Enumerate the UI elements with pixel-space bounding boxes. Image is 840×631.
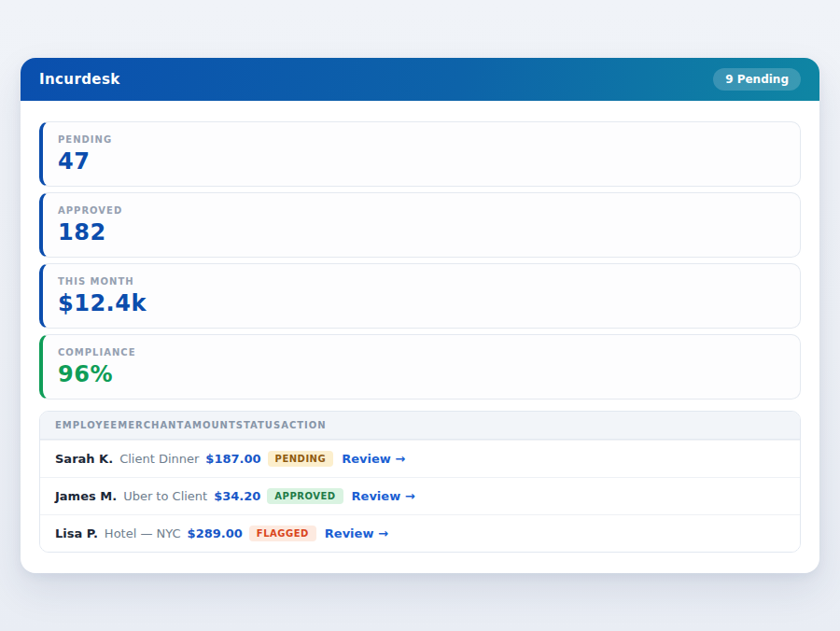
table-header-row: EMPLOYEEMERCHANTAMOUNTSTATUSACTION	[40, 412, 800, 440]
stat-value: $12.4k	[58, 291, 785, 316]
table-row: James M. Uber to Client $34.20 APPROVED …	[40, 477, 800, 514]
card-body: PENDING 47 APPROVED 182 THIS MONTH $12.4…	[21, 101, 819, 573]
review-link[interactable]: Review →	[342, 452, 405, 466]
column-header-status: STATUS	[236, 420, 281, 430]
employee-name: Lisa P.	[55, 526, 98, 540]
employee-name: James M.	[55, 489, 117, 503]
pending-count-badge[interactable]: 9 Pending	[713, 68, 801, 91]
expense-amount: $289.00	[188, 526, 243, 540]
review-link[interactable]: Review →	[352, 489, 415, 503]
review-link[interactable]: Review →	[325, 526, 388, 540]
merchant-name: Client Dinner	[119, 452, 199, 466]
merchant-name: Hotel — NYC	[105, 526, 181, 540]
expenses-table: EMPLOYEEMERCHANTAMOUNTSTATUSACTION Sarah…	[39, 411, 801, 553]
status-badge: PENDING	[268, 451, 334, 467]
card-header: Incurdesk 9 Pending	[21, 58, 819, 101]
employee-name: Sarah K.	[55, 452, 113, 466]
merchant-name: Uber to Client	[123, 489, 207, 503]
app-title: Incurdesk	[39, 71, 120, 88]
expense-amount: $34.20	[214, 489, 260, 503]
stat-label: COMPLIANCE	[58, 347, 785, 358]
stat-card-pending: PENDING 47	[39, 121, 801, 187]
stat-card-this-month: THIS MONTH $12.4k	[39, 263, 801, 329]
stat-value: 47	[58, 149, 785, 174]
stat-label: PENDING	[58, 134, 785, 145]
stat-label: THIS MONTH	[58, 276, 785, 287]
table-row: Sarah K. Client Dinner $187.00 PENDING R…	[40, 440, 800, 477]
column-header-action: ACTION	[281, 420, 327, 430]
column-header-merchant: MERCHANT	[118, 420, 184, 430]
stat-card-approved: APPROVED 182	[39, 192, 801, 258]
table-row: Lisa P. Hotel — NYC $289.00 FLAGGED Revi…	[40, 514, 800, 552]
status-badge: APPROVED	[267, 488, 343, 504]
expense-amount: $187.00	[205, 452, 260, 466]
stat-card-compliance: COMPLIANCE 96%	[39, 334, 801, 400]
status-badge: FLAGGED	[249, 526, 316, 541]
stat-value: 182	[58, 220, 785, 245]
incurdesk-card: Incurdesk 9 Pending PENDING 47 APPROVED …	[21, 58, 819, 573]
column-header-amount: AMOUNT	[184, 420, 236, 430]
column-header-employee: EMPLOYEE	[55, 420, 118, 430]
stat-value: 96%	[58, 362, 785, 386]
stat-label: APPROVED	[58, 205, 785, 216]
